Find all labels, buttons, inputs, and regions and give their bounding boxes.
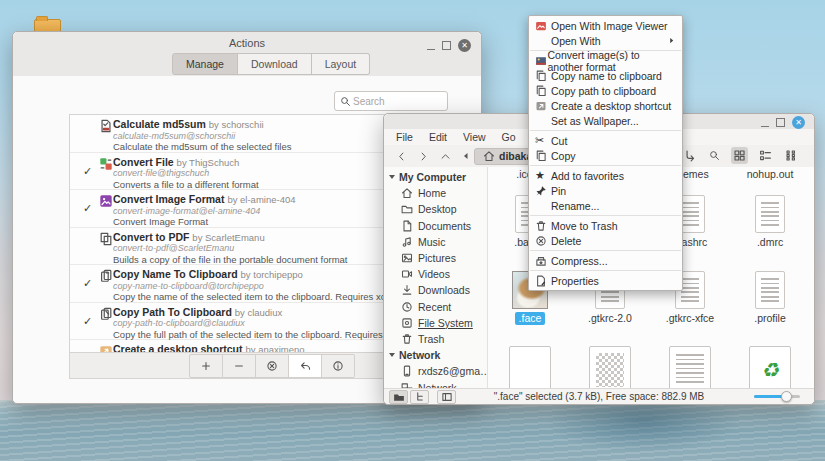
open-location-button[interactable]	[681, 147, 698, 164]
list-view-icon	[759, 149, 772, 162]
file-item[interactable]	[650, 346, 730, 389]
close-button[interactable]: ✕	[792, 116, 805, 129]
menu-go[interactable]: Go	[494, 131, 524, 143]
menu-edit[interactable]: Edit	[421, 131, 455, 143]
detailed-list-view-button[interactable]	[757, 147, 774, 164]
minimize-button[interactable]	[761, 118, 769, 127]
sidebar-section-my-computer[interactable]: My Computer	[384, 169, 487, 185]
shortcuts-pane-toggle[interactable]	[389, 390, 408, 404]
recycle-file-icon: ♻	[749, 346, 791, 389]
undo-icon	[299, 359, 312, 372]
sidebar-item-music[interactable]: Music	[384, 234, 487, 250]
sidebar-item-documents[interactable]: Documents	[384, 218, 487, 234]
file-item-profile[interactable]: .profile	[730, 271, 810, 324]
compact-view-icon	[785, 149, 798, 162]
maximize-button[interactable]	[442, 41, 451, 50]
file-item-dmrc[interactable]: .dmrc	[730, 195, 810, 248]
clipboard-icon	[99, 269, 113, 283]
chevron-right-icon	[418, 151, 429, 162]
pin-icon	[535, 185, 547, 197]
file-item[interactable]: ♻	[730, 346, 810, 389]
search-input[interactable]	[351, 95, 435, 108]
tab-manage[interactable]: Manage	[172, 53, 238, 75]
context-menu-item-copy-path-to-clipboard[interactable]: Copy path to clipboard	[529, 83, 682, 98]
zoom-slider-knob[interactable]	[781, 391, 792, 402]
sidebar-item-rxdsz6-gma[interactable]: rxdsz6@gma…	[384, 363, 487, 379]
hide-panel-toggle[interactable]	[437, 390, 456, 404]
menu-separator	[530, 130, 681, 131]
context-menu-item-properties[interactable]: Properties	[529, 273, 682, 288]
context-menu-item-add-to-favorites[interactable]: ★Add to favorites	[529, 168, 682, 183]
file-item[interactable]	[490, 346, 570, 389]
submenu-arrow-icon	[668, 37, 675, 44]
forward-button[interactable]	[412, 151, 434, 162]
menu-view[interactable]: View	[455, 131, 494, 143]
sidebar-item-home[interactable]: Home	[384, 185, 487, 201]
trash-icon	[401, 333, 413, 345]
sidebar-item-pictures[interactable]: Pictures	[384, 250, 487, 266]
trash-icon	[535, 220, 547, 232]
sidebar-item-label: Recent	[418, 301, 451, 313]
context-menu-item-cut[interactable]: ✂Cut	[529, 133, 682, 148]
menu-item-label: Copy	[551, 150, 576, 162]
about-button[interactable]	[322, 354, 355, 378]
context-menu-item-pin[interactable]: Pin	[529, 183, 682, 198]
context-menu-item-convert-image-s-to-another-format[interactable]: Convert image(s) to another format	[529, 53, 682, 68]
back-button[interactable]	[390, 151, 412, 162]
sidebar-item-file-system[interactable]: File System	[384, 315, 487, 331]
sidebar-item-videos[interactable]: Videos	[384, 266, 487, 282]
properties-icon	[535, 275, 547, 287]
tab-layout[interactable]: Layout	[312, 53, 371, 75]
home-icon	[401, 187, 413, 199]
file-label: .dmrc	[757, 236, 783, 248]
bent-arrow-icon	[683, 149, 696, 162]
menu-separator	[530, 215, 681, 216]
chevron-up-icon	[440, 151, 451, 162]
context-menu-item-copy-name-to-clipboard[interactable]: Copy name to clipboard	[529, 68, 682, 83]
menu-file[interactable]: File	[388, 131, 421, 143]
menu-item-label: Move to Trash	[551, 220, 618, 232]
context-menu-item-set-as-wallpaper[interactable]: Set as Wallpaper...	[529, 113, 682, 128]
context-menu-item-move-to-trash[interactable]: Move to Trash	[529, 218, 682, 233]
convert-file-icon	[99, 157, 113, 171]
menu-item-label: Create a desktop shortcut	[551, 100, 671, 112]
close-button[interactable]: ✕	[458, 39, 471, 52]
add-button[interactable]	[189, 354, 223, 378]
menu-separator	[530, 165, 681, 166]
maximize-button[interactable]	[776, 118, 785, 127]
minimize-button[interactable]	[427, 41, 435, 50]
zoom-slider[interactable]	[754, 395, 800, 398]
path-scroll-left-icon[interactable]	[462, 152, 470, 160]
circle-x-icon	[266, 360, 278, 372]
context-menu-item-delete[interactable]: Delete	[529, 233, 682, 248]
actions-titlebar[interactable]: Actions ✕ ManageDownloadLayout	[13, 32, 481, 77]
search-box[interactable]	[334, 91, 448, 111]
sidebar-item-trash[interactable]: Trash	[384, 331, 487, 347]
phone-icon	[401, 365, 413, 377]
undo-button[interactable]	[289, 354, 322, 378]
disable-button[interactable]	[256, 354, 289, 378]
compact-view-button[interactable]	[783, 147, 800, 164]
grid-view-icon	[733, 149, 746, 162]
context-menu-item-copy[interactable]: Copy	[529, 148, 682, 163]
remove-button[interactable]	[223, 354, 256, 378]
tab-download[interactable]: Download	[238, 53, 312, 75]
search-icon	[340, 96, 351, 107]
context-menu-item-rename[interactable]: Rename...	[529, 198, 682, 213]
menu-separator	[530, 270, 681, 271]
tree-pane-toggle[interactable]	[410, 390, 429, 404]
up-button[interactable]	[434, 151, 456, 162]
context-menu-item-compress[interactable]: Compress...	[529, 253, 682, 268]
context-menu-item-create-a-desktop-shortcut[interactable]: Create a desktop shortcut	[529, 98, 682, 113]
sidebar-item-downloads[interactable]: Downloads	[384, 282, 487, 298]
context-menu-item-open-with[interactable]: Open With	[529, 33, 682, 48]
search-button[interactable]	[707, 148, 722, 163]
icon-view-button[interactable]	[731, 147, 748, 164]
file-item[interactable]	[570, 346, 650, 389]
sidebar-item-recent[interactable]: Recent	[384, 299, 487, 315]
sidebar-section-network[interactable]: Network	[384, 347, 487, 363]
context-menu-item-open-with-image-viewer[interactable]: Open With Image Viewer	[529, 18, 682, 33]
file-item-nohup-out[interactable]: nohup.out	[730, 167, 810, 180]
sidebar-item-desktop[interactable]: Desktop	[384, 201, 487, 217]
sidebar-item-label: Downloads	[418, 284, 470, 296]
